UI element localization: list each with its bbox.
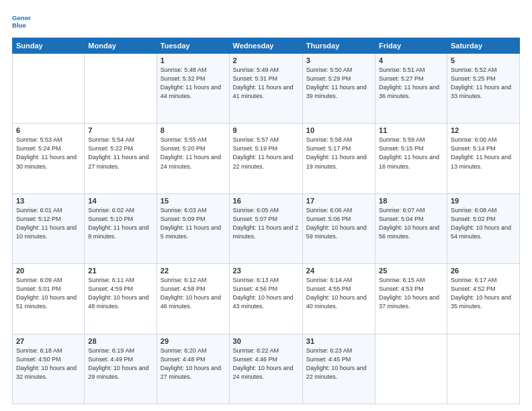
day-number: 28 [88,337,153,345]
calendar-cell: 29Sunrise: 6:20 AMSunset: 4:48 PMDayligh… [157,334,229,404]
weekday-header-sunday: Sunday [13,38,85,54]
day-info: Sunrise: 6:01 AMSunset: 5:12 PMDaylight:… [16,206,81,241]
calendar-cell: 30Sunrise: 6:22 AMSunset: 4:46 PMDayligh… [229,334,302,404]
calendar-cell [13,54,85,124]
day-info: Sunrise: 5:49 AMSunset: 5:31 PMDaylight:… [233,66,299,101]
day-number: 20 [16,267,81,275]
calendar-week-2: 13Sunrise: 6:01 AMSunset: 5:12 PMDayligh… [13,193,520,263]
calendar-cell: 23Sunrise: 6:13 AMSunset: 4:56 PMDayligh… [229,264,302,334]
day-number: 2 [233,56,299,64]
day-number: 10 [306,126,371,134]
calendar-cell: 27Sunrise: 6:18 AMSunset: 4:50 PMDayligh… [13,334,85,404]
calendar-cell: 1Sunrise: 5:48 AMSunset: 5:32 PMDaylight… [157,54,229,124]
day-number: 7 [88,126,153,134]
calendar-cell: 2Sunrise: 5:49 AMSunset: 5:31 PMDaylight… [229,54,302,124]
day-number: 12 [451,126,516,134]
day-info: Sunrise: 6:09 AMSunset: 5:01 PMDaylight:… [16,276,81,311]
day-number: 31 [306,337,371,345]
day-info: Sunrise: 6:11 AMSunset: 4:59 PMDaylight:… [88,276,153,311]
calendar-cell: 7Sunrise: 5:54 AMSunset: 5:22 PMDaylight… [85,124,157,193]
day-info: Sunrise: 6:14 AMSunset: 4:55 PMDaylight:… [306,276,371,311]
day-number: 22 [161,267,226,275]
weekday-header-wednesday: Wednesday [229,38,302,54]
day-info: Sunrise: 5:53 AMSunset: 5:24 PMDaylight:… [16,136,81,171]
day-info: Sunrise: 6:12 AMSunset: 4:58 PMDaylight:… [161,276,226,311]
day-info: Sunrise: 6:05 AMSunset: 5:07 PMDaylight:… [233,206,299,241]
day-number: 9 [233,126,299,134]
day-number: 18 [379,197,443,205]
day-number: 27 [16,337,81,345]
svg-text:Blue: Blue [12,21,26,29]
day-number: 11 [379,126,443,134]
day-info: Sunrise: 6:23 AMSunset: 4:45 PMDaylight:… [306,347,371,381]
day-number: 8 [161,126,226,134]
day-info: Sunrise: 6:13 AMSunset: 4:56 PMDaylight:… [233,276,299,311]
day-info: Sunrise: 5:57 AMSunset: 5:19 PMDaylight:… [233,136,299,171]
header: General Blue [12,12,520,31]
day-info: Sunrise: 5:48 AMSunset: 5:32 PMDaylight:… [161,66,226,101]
day-info: Sunrise: 5:58 AMSunset: 5:17 PMDaylight:… [306,136,371,171]
day-number: 5 [451,56,516,64]
day-number: 29 [161,337,226,345]
day-info: Sunrise: 6:02 AMSunset: 5:10 PMDaylight:… [88,206,153,241]
calendar-cell: 20Sunrise: 6:09 AMSunset: 5:01 PMDayligh… [13,264,85,334]
weekday-header-friday: Friday [375,38,447,54]
day-number: 19 [451,197,516,205]
calendar-cell: 25Sunrise: 6:15 AMSunset: 4:53 PMDayligh… [375,264,447,334]
calendar-cell: 15Sunrise: 6:03 AMSunset: 5:09 PMDayligh… [157,193,229,263]
calendar-cell: 12Sunrise: 6:00 AMSunset: 5:14 PMDayligh… [447,124,519,193]
day-info: Sunrise: 6:17 AMSunset: 4:52 PMDaylight:… [451,276,516,311]
day-number: 3 [306,56,371,64]
calendar-week-1: 6Sunrise: 5:53 AMSunset: 5:24 PMDaylight… [13,124,520,193]
calendar-cell: 28Sunrise: 6:19 AMSunset: 4:49 PMDayligh… [85,334,157,404]
day-info: Sunrise: 6:15 AMSunset: 4:53 PMDaylight:… [379,276,443,311]
day-number: 13 [16,197,81,205]
day-info: Sunrise: 5:59 AMSunset: 5:15 PMDaylight:… [379,136,443,171]
calendar-cell: 21Sunrise: 6:11 AMSunset: 4:59 PMDayligh… [85,264,157,334]
calendar-cell: 14Sunrise: 6:02 AMSunset: 5:10 PMDayligh… [85,193,157,263]
day-number: 23 [233,267,299,275]
calendar-cell: 16Sunrise: 6:05 AMSunset: 5:07 PMDayligh… [229,193,302,263]
calendar-cell [447,334,519,404]
day-info: Sunrise: 6:07 AMSunset: 5:04 PMDaylight:… [379,206,443,241]
day-info: Sunrise: 5:55 AMSunset: 5:20 PMDaylight:… [161,136,226,171]
calendar-cell: 18Sunrise: 6:07 AMSunset: 5:04 PMDayligh… [375,193,447,263]
day-info: Sunrise: 6:19 AMSunset: 4:49 PMDaylight:… [88,347,153,381]
day-info: Sunrise: 6:00 AMSunset: 5:14 PMDaylight:… [451,136,516,171]
calendar-body: 1Sunrise: 5:48 AMSunset: 5:32 PMDaylight… [13,54,520,404]
weekday-header-thursday: Thursday [302,38,375,54]
day-info: Sunrise: 5:51 AMSunset: 5:27 PMDaylight:… [379,66,443,101]
calendar-cell: 24Sunrise: 6:14 AMSunset: 4:55 PMDayligh… [302,264,375,334]
calendar-cell: 26Sunrise: 6:17 AMSunset: 4:52 PMDayligh… [447,264,519,334]
calendar-cell: 5Sunrise: 5:52 AMSunset: 5:25 PMDaylight… [447,54,519,124]
day-number: 30 [233,337,299,345]
calendar-cell: 10Sunrise: 5:58 AMSunset: 5:17 PMDayligh… [302,124,375,193]
day-info: Sunrise: 6:08 AMSunset: 5:02 PMDaylight:… [451,206,516,241]
calendar-header: SundayMondayTuesdayWednesdayThursdayFrid… [13,38,520,54]
calendar-cell: 13Sunrise: 6:01 AMSunset: 5:12 PMDayligh… [13,193,85,263]
day-number: 14 [88,197,153,205]
logo: General Blue [12,12,34,31]
day-info: Sunrise: 6:03 AMSunset: 5:09 PMDaylight:… [161,206,226,241]
calendar-cell: 3Sunrise: 5:50 AMSunset: 5:29 PMDaylight… [302,54,375,124]
day-number: 17 [306,197,371,205]
page: General Blue SundayMondayTuesdayWednesda… [0,0,532,411]
calendar-cell: 8Sunrise: 5:55 AMSunset: 5:20 PMDaylight… [157,124,229,193]
calendar-cell: 6Sunrise: 5:53 AMSunset: 5:24 PMDaylight… [13,124,85,193]
header-row: SundayMondayTuesdayWednesdayThursdayFrid… [13,38,520,54]
day-number: 26 [451,267,516,275]
svg-text:General: General [12,14,31,21]
day-number: 24 [306,267,371,275]
calendar-week-0: 1Sunrise: 5:48 AMSunset: 5:32 PMDaylight… [13,54,520,124]
logo-icon: General Blue [12,12,31,31]
calendar-table: SundayMondayTuesdayWednesdayThursdayFrid… [12,38,520,404]
weekday-header-saturday: Saturday [447,38,519,54]
day-info: Sunrise: 5:50 AMSunset: 5:29 PMDaylight:… [306,66,371,101]
weekday-header-tuesday: Tuesday [157,38,229,54]
calendar-cell: 4Sunrise: 5:51 AMSunset: 5:27 PMDaylight… [375,54,447,124]
day-info: Sunrise: 6:22 AMSunset: 4:46 PMDaylight:… [233,347,299,381]
day-number: 1 [161,56,226,64]
calendar-cell: 19Sunrise: 6:08 AMSunset: 5:02 PMDayligh… [447,193,519,263]
calendar-cell: 22Sunrise: 6:12 AMSunset: 4:58 PMDayligh… [157,264,229,334]
calendar-cell: 11Sunrise: 5:59 AMSunset: 5:15 PMDayligh… [375,124,447,193]
